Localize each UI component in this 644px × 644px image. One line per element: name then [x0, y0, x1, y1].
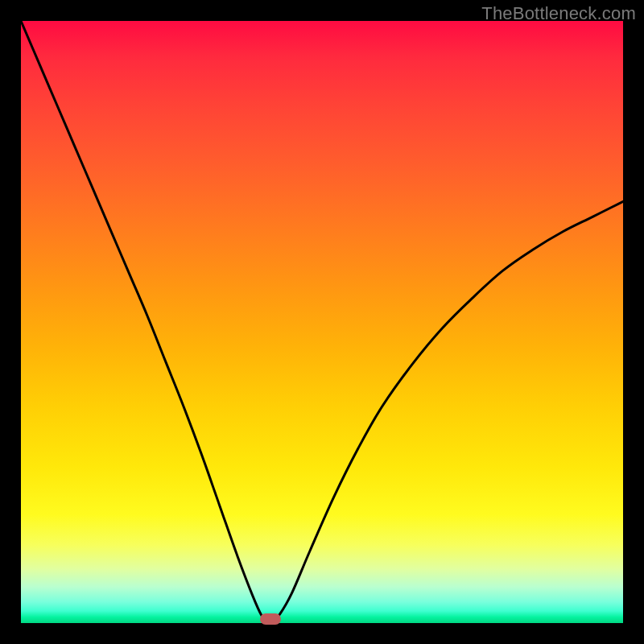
plot-area	[21, 21, 623, 623]
chart-frame: TheBottleneck.com	[0, 0, 644, 644]
optimum-marker	[260, 613, 281, 625]
bottleneck-curve	[21, 21, 623, 623]
